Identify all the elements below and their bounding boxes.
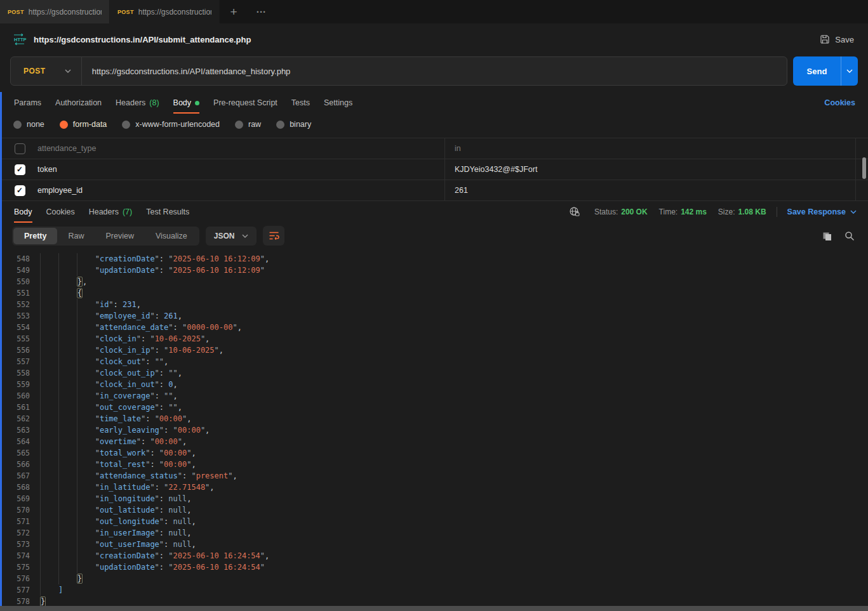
line-content: "id": 231, [30,299,141,310]
code-line: 568"in_latitude": "22.71548", [2,482,868,493]
code-line: 569"in_longitude": null, [2,493,868,504]
method-badge: POST [117,9,134,15]
size-value: 1.08 KB [738,207,766,216]
save-response-label: Save Response [787,207,846,216]
response-tab-cookies[interactable]: Cookies [39,201,82,223]
format-label: JSON [214,232,235,240]
line-number: 571 [2,516,30,527]
method-select[interactable]: POST [11,57,81,85]
indent-guide [40,367,58,379]
tab-body[interactable]: Body [166,92,207,114]
save-button[interactable]: Save [820,34,857,44]
line-number: 563 [2,424,30,436]
value-cell[interactable]: in [444,138,855,159]
response-tab-headers[interactable]: Headers(7) [82,201,140,223]
indent-guide [77,402,95,413]
network-globe-icon[interactable] [566,204,583,220]
view-pretty[interactable]: Pretty [13,228,57,244]
vertical-scrollbar-thumb[interactable] [862,157,866,179]
method-label: POST [23,67,46,76]
view-raw[interactable]: Raw [57,228,95,244]
line-content: "in_coverage": "", [30,390,178,402]
code-line: 560"in_coverage": "", [2,390,868,402]
indent-guide [77,504,95,516]
checkbox-cell [2,138,37,159]
response-body-json[interactable]: 548"creationDate": "2025-06-10 16:12:09"… [2,251,868,610]
line-content: "out_userImage": null, [30,539,196,550]
body-type-options: noneform-datax-www-form-urlencodedrawbin… [2,114,868,135]
body-type-none[interactable]: none [13,120,44,129]
body-type-x-www-form-urlencoded[interactable]: x-www-form-urlencoded [122,120,220,129]
indent-guide [58,310,77,322]
cookies-link[interactable]: Cookies [824,98,855,107]
request-tab[interactable]: POSThttps://gsdconstructions [0,0,110,23]
chevron-down-icon [242,234,248,238]
line-content: "time_late": "00:00", [30,413,191,424]
indent-guide [58,356,77,367]
indent-guide [77,550,95,562]
row-checkbox[interactable]: ✓ [15,164,25,175]
tab-authorization[interactable]: Authorization [48,92,109,114]
key-cell[interactable]: employee_id [37,180,444,200]
code-line: 564"overtime": "00:00", [2,436,868,447]
line-number: 551 [2,287,30,299]
row-checkbox[interactable] [15,143,25,154]
view-visualize[interactable]: Visualize [145,228,198,244]
send-options-chevron-icon[interactable] [841,56,858,86]
description-cell[interactable] [855,138,868,159]
description-cell[interactable] [855,159,868,180]
indent-guide [58,345,77,356]
radio-icon [276,121,284,129]
tab-pre-request-script[interactable]: Pre-request Script [206,92,284,114]
tab-options-icon[interactable]: ••• [248,0,276,23]
key-cell[interactable]: attendance_type [37,138,444,159]
format-select[interactable]: JSON [206,227,257,246]
code-line: 570"out_latitude": null, [2,504,868,516]
url-input[interactable]: https://gsdconstructions.in/API/attendan… [82,67,301,76]
indent-guide [40,584,58,596]
line-content: { [30,287,83,299]
open-request-tabs: POSThttps://gsdconstructionsPOSThttps://… [0,0,220,23]
tab-headers[interactable]: Headers(8) [109,92,166,114]
new-tab-button[interactable]: + [220,0,248,23]
indent-guide [40,436,58,447]
wrap-lines-button[interactable] [263,226,284,246]
line-content: "out_longitude": null, [30,516,196,527]
line-content: "updationDate": "2025-06-10 16:12:09" [30,265,265,276]
indent-guide [58,436,77,447]
search-icon[interactable] [841,228,858,244]
line-content: }, [30,276,87,287]
table-row: ✓tokenKJDYeio3432@#$JFort [2,159,868,180]
request-tab[interactable]: POSThttps://gsdconstructions [110,0,220,23]
row-checkbox[interactable]: ✓ [15,185,25,196]
indent-guide [77,459,95,470]
value-cell[interactable]: 261 [444,180,855,200]
line-content: "attendance_date": "0000-00-00", [30,322,242,333]
status-value: 200 OK [621,207,647,216]
description-cell[interactable] [855,180,868,200]
tab-settings[interactable]: Settings [317,92,359,114]
indent-guide [40,390,58,402]
view-preview[interactable]: Preview [95,228,144,244]
response-tab-test-results[interactable]: Test Results [139,201,196,223]
code-line: 565"total_work": "00:00", [2,447,868,459]
copy-icon[interactable] [818,228,835,244]
svg-text:HTTP: HTTP [14,37,27,43]
line-number: 554 [2,322,30,333]
tab-label: Cookies [46,207,75,216]
response-tab-body[interactable]: Body [7,201,39,223]
key-cell[interactable]: token [37,159,444,180]
line-content: "clock_out_ip": "", [30,367,182,379]
body-type-raw[interactable]: raw [235,120,261,129]
indent-guide [77,265,95,276]
body-type-form-data[interactable]: form-data [60,120,107,129]
tab-tests[interactable]: Tests [284,92,317,114]
horizontal-scrollbar[interactable] [0,606,868,611]
save-response-button[interactable]: Save Response [787,207,857,216]
send-button[interactable]: Send [793,56,858,86]
value-cell[interactable]: KJDYeio3432@#$JFort [444,159,855,180]
response-tabs-list: BodyCookiesHeaders(7)Test Results [7,201,196,223]
chevron-down-icon [850,210,857,214]
body-type-binary[interactable]: binary [276,120,311,129]
tab-params[interactable]: Params [7,92,48,114]
